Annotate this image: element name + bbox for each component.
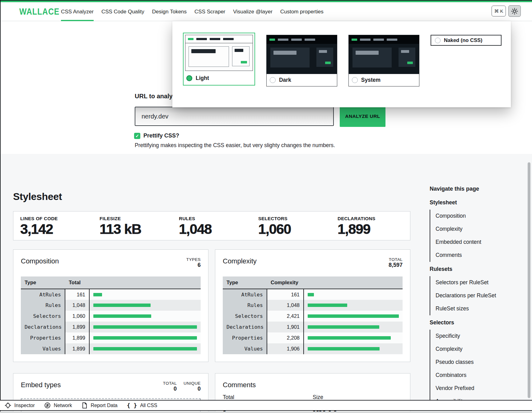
toc-link-pseudo-classes[interactable]: Pseudo classes xyxy=(436,356,486,369)
table-row: Declarations1,901 xyxy=(223,322,403,332)
statusbar-all-css[interactable]: { } All CSS xyxy=(127,402,157,409)
value-bar xyxy=(308,293,314,296)
toc-link-complexity[interactable]: Complexity xyxy=(436,223,486,236)
toc-link-combinators[interactable]: Combinators xyxy=(436,369,486,382)
theme-option-system[interactable]: System xyxy=(348,35,419,86)
light-theme-preview xyxy=(185,35,253,71)
page-toc: Navigate this page Stylesheet Compositio… xyxy=(430,154,486,408)
analyze-url-button[interactable]: ANALYZE URL xyxy=(340,106,385,127)
radio-light[interactable] xyxy=(186,75,192,81)
value-bar xyxy=(308,325,379,329)
theme-label-light: Light xyxy=(196,75,209,81)
nav-design-tokens[interactable]: Design Tokens xyxy=(152,2,187,21)
toc-link-selectors-complexity[interactable]: Complexity xyxy=(436,343,486,356)
toc-link-specificity[interactable]: Specificity xyxy=(436,330,486,343)
theme-label-dark: Dark xyxy=(279,77,291,83)
table-row: Values1,899 xyxy=(21,343,201,354)
crosshair-icon xyxy=(5,402,11,409)
embed-types-title: Embed types xyxy=(21,381,61,389)
composition-table: Type Total AtRules161 Rules1,048 xyxy=(21,276,201,354)
value-bar xyxy=(93,293,102,296)
stat-rules: RULES 1,048 xyxy=(172,216,251,236)
table-row: Selectors1,060 xyxy=(21,311,201,322)
prettify-label: Prettify CSS? xyxy=(143,132,179,139)
statusbar-inspector[interactable]: Inspector xyxy=(5,402,35,409)
theme-toggle-button[interactable] xyxy=(508,5,521,17)
network-icon xyxy=(44,402,51,409)
stat-selectors: SELECTORS 1,060 xyxy=(251,216,331,236)
value-bar xyxy=(308,347,380,350)
composition-panel: Composition TYPES 6 Type Total xyxy=(13,249,208,362)
nav-css-scraper[interactable]: CSS Scraper xyxy=(194,2,225,21)
value-bar xyxy=(308,314,399,318)
theme-menu-popup: Light Dark System Nak xyxy=(172,21,511,107)
page-title: Stylesheet xyxy=(13,191,410,202)
table-row: Rules1,048 xyxy=(223,300,403,311)
complexity-panel: Complexity TOTAL 8,597 Type Complexity xyxy=(215,249,410,362)
main-nav: CSS Analyzer CSS Code Quality Design Tok… xyxy=(61,2,324,21)
report-section: Stylesheet LINES OF CODE 3,142 FILESIZE … xyxy=(1,154,532,413)
dark-theme-preview xyxy=(267,35,337,74)
composition-types-meta: TYPES 6 xyxy=(186,257,201,268)
system-theme-preview xyxy=(349,35,419,74)
toc-link-declarations-per-ruleset[interactable]: Declarations per RuleSet xyxy=(436,289,486,302)
stat-declarations: DECLARATIONS 1,899 xyxy=(331,216,410,236)
value-bar xyxy=(93,347,197,350)
toc-link-selectors-per-ruleset[interactable]: Selectors per RuleSet xyxy=(436,276,486,289)
nav-custom-properties[interactable]: Custom properties xyxy=(280,2,324,21)
embed-total-meta: TOTAL 0 xyxy=(163,381,177,392)
nav-css-analyzer[interactable]: CSS Analyzer xyxy=(61,2,94,21)
app-header: WALLACE CSS Analyzer CSS Code Quality De… xyxy=(1,1,532,21)
toc-section-rulesets: Rulesets xyxy=(430,266,486,272)
complexity-table: Type Complexity AtRules161 Rules1,048 xyxy=(223,276,403,354)
command-palette-button[interactable]: ⌘ K xyxy=(492,6,506,16)
table-row: AtRules161 xyxy=(21,289,201,300)
theme-option-naked[interactable]: Naked (no CSS) xyxy=(431,35,502,46)
value-bar xyxy=(93,325,197,329)
radio-dark[interactable] xyxy=(270,77,276,83)
value-bar xyxy=(93,304,151,307)
statusbar-report-data[interactable]: Report Data xyxy=(82,402,118,409)
toc-link-comments[interactable]: Comments xyxy=(436,249,486,262)
value-bar xyxy=(308,336,391,340)
status-bar: Inspector Network Report Data { } All CS… xyxy=(0,400,532,411)
table-row: Selectors2,421 xyxy=(223,311,403,322)
braces-icon: { } xyxy=(127,402,137,409)
table-row: Declarations1,899 xyxy=(21,322,201,332)
table-row: Properties1,899 xyxy=(21,332,201,343)
theme-label-naked: Naked (no CSS) xyxy=(444,37,483,43)
theme-option-light[interactable]: Light xyxy=(183,33,255,86)
toc-title: Navigate this page xyxy=(430,186,486,192)
table-row: Rules1,048 xyxy=(21,300,201,311)
app-logo: WALLACE xyxy=(19,2,59,22)
complexity-total-meta: TOTAL 8,597 xyxy=(389,257,403,268)
document-icon xyxy=(82,402,88,409)
prettify-checkbox[interactable]: ✓ xyxy=(134,133,140,139)
url-input[interactable] xyxy=(135,107,334,126)
complexity-title: Complexity xyxy=(223,257,257,265)
table-row: Properties2,208 xyxy=(223,332,403,343)
stat-lines-of-code: LINES OF CODE 3,142 xyxy=(13,216,93,236)
toc-section-stylesheet: Stylesheet xyxy=(430,199,486,206)
summary-stats-panel: LINES OF CODE 3,142 FILESIZE 113 kB RULE… xyxy=(13,211,410,240)
nav-css-code-quality[interactable]: CSS Code Quality xyxy=(101,2,144,21)
nav-visualize-layer[interactable]: Visualize @layer xyxy=(233,2,273,21)
window-bottom-edge xyxy=(0,411,532,413)
theme-label-system: System xyxy=(361,77,380,83)
radio-naked[interactable] xyxy=(435,38,441,43)
toc-link-vendor-prefixed[interactable]: Vendor Prefixed xyxy=(436,382,486,395)
toc-link-composition[interactable]: Composition xyxy=(436,210,486,223)
sun-icon xyxy=(511,8,518,15)
vertical-scrollbar[interactable] xyxy=(528,162,530,398)
table-row: Values1,906 xyxy=(223,343,403,354)
theme-option-dark[interactable]: Dark xyxy=(266,35,337,86)
value-bar xyxy=(93,336,197,340)
statusbar-network[interactable]: Network xyxy=(44,402,72,409)
value-bar xyxy=(93,314,151,318)
table-row: AtRules161 xyxy=(223,289,403,300)
toc-link-embedded-content[interactable]: Embedded content xyxy=(436,236,486,249)
toc-link-ruleset-sizes[interactable]: RuleSet sizes xyxy=(436,302,486,315)
comments-title: Comments xyxy=(223,381,256,389)
toc-section-selectors: Selectors xyxy=(430,319,486,326)
radio-system[interactable] xyxy=(352,77,358,83)
